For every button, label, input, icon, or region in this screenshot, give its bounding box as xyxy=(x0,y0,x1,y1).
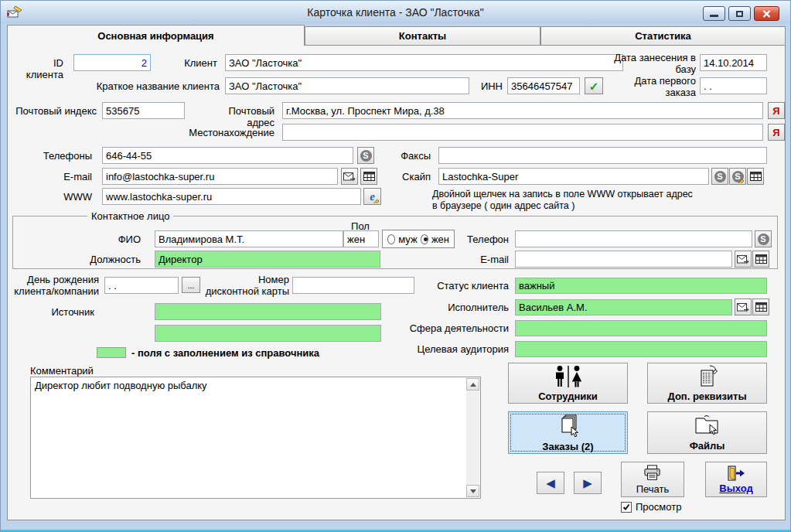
next-icon: ▶ xyxy=(583,477,592,489)
contact-phone-skype-button[interactable]: S xyxy=(755,230,772,247)
exit-label: Выход xyxy=(719,483,752,494)
orders-button[interactable]: Заказы (2) xyxy=(508,411,628,454)
short-name-field[interactable] xyxy=(225,77,469,94)
scroll-down-button[interactable] xyxy=(466,485,479,497)
contact-email-field[interactable] xyxy=(515,251,732,268)
close-button[interactable] xyxy=(754,6,779,21)
client-card-window: Карточка клиента - ЗАО "Ласточка" Основн… xyxy=(0,0,791,532)
scroll-up-button[interactable] xyxy=(466,378,479,390)
position-field[interactable] xyxy=(155,251,380,268)
folder-icon xyxy=(694,414,721,438)
contact-phone-field[interactable] xyxy=(515,230,752,247)
inn-check-button[interactable]: ✓ xyxy=(585,77,603,94)
comment-box[interactable]: Директор любит подводную рыбалку xyxy=(30,377,481,499)
prev-record-button[interactable]: ◀ xyxy=(537,472,564,494)
next-record-button[interactable]: ▶ xyxy=(574,472,602,494)
preview-checkbox[interactable] xyxy=(621,502,632,513)
manager-field[interactable] xyxy=(515,299,732,315)
table-icon xyxy=(363,172,375,181)
www-field[interactable] xyxy=(102,188,361,205)
inn-label: ИНН xyxy=(476,80,503,92)
radio-female[interactable] xyxy=(421,234,428,244)
arrow-down-icon xyxy=(470,489,476,493)
first-order-field[interactable] xyxy=(700,77,767,94)
email-field[interactable] xyxy=(102,168,338,185)
maximize-button[interactable] xyxy=(728,6,751,21)
mail-icon xyxy=(737,302,749,312)
manager-send-button[interactable] xyxy=(735,298,752,315)
postcode-label: Почтовый индекс xyxy=(9,105,97,117)
skype-icon: S xyxy=(360,150,372,162)
skype-list-button[interactable] xyxy=(747,168,764,185)
client-field[interactable] xyxy=(225,54,623,71)
open-browser-button[interactable]: e xyxy=(363,188,381,205)
files-label: Файлы xyxy=(690,440,725,452)
tab-main-info[interactable]: Основная информация xyxy=(7,25,305,46)
sphere-field[interactable] xyxy=(515,320,767,336)
discount-card-label: Номер дисконтной карты xyxy=(203,274,289,297)
phones-field[interactable] xyxy=(102,147,353,164)
audience-label: Целевая аудитория xyxy=(394,343,509,355)
titlebar[interactable]: Карточка клиента - ЗАО "Ласточка" xyxy=(1,1,790,24)
birthday-field[interactable] xyxy=(104,277,179,294)
table-icon xyxy=(750,172,762,181)
comment-text: Директор любит подводную рыбалку xyxy=(35,380,207,391)
reference-field-swatch xyxy=(97,347,126,358)
arrow-up-icon xyxy=(470,383,476,387)
birthday-more-button[interactable]: ... xyxy=(182,277,200,293)
exit-door-icon xyxy=(727,466,745,481)
tab-contacts[interactable]: Контакты xyxy=(305,26,540,45)
postcode-field[interactable] xyxy=(102,102,185,119)
source-field-2[interactable] xyxy=(155,325,381,342)
contact-group-title: Контактное лицо xyxy=(87,210,173,222)
source-label: Источник xyxy=(32,306,94,318)
document-hand-icon xyxy=(697,365,718,388)
print-button[interactable]: Печать xyxy=(621,462,684,497)
comment-scrollbar[interactable] xyxy=(466,378,479,497)
gender-radio-group: муж жен xyxy=(382,230,455,248)
skype-call-button[interactable]: S xyxy=(711,168,728,185)
date-added-field[interactable] xyxy=(700,54,767,71)
pen-icon xyxy=(738,177,745,183)
files-button[interactable]: Файлы xyxy=(647,411,767,454)
contact-email-list-button[interactable] xyxy=(752,251,769,268)
status-field[interactable] xyxy=(515,278,767,294)
faxes-field[interactable] xyxy=(438,147,767,164)
source-field-1[interactable] xyxy=(155,303,381,320)
location-yandex-button[interactable]: Я xyxy=(768,124,785,141)
minimize-button[interactable] xyxy=(703,6,725,21)
skype-chat-button[interactable]: S xyxy=(729,168,746,185)
address-field[interactable] xyxy=(282,102,763,119)
window-bottom-edge xyxy=(1,530,790,531)
extra-details-button[interactable]: Доп. реквизиты xyxy=(647,363,767,404)
audience-field[interactable] xyxy=(515,341,767,357)
manager-list-button[interactable] xyxy=(752,298,769,315)
exit-button[interactable]: Выход xyxy=(705,462,767,497)
table-icon xyxy=(755,254,767,264)
location-field[interactable] xyxy=(282,124,763,141)
maximize-icon xyxy=(736,11,743,17)
extra-details-label: Доп. реквизиты xyxy=(667,390,746,402)
email-label: E-mail xyxy=(43,171,92,182)
radio-male[interactable] xyxy=(387,234,395,244)
email-send-button[interactable] xyxy=(341,168,358,185)
inn-field[interactable] xyxy=(507,77,580,94)
employees-button[interactable]: Сотрудники xyxy=(508,363,628,404)
phones-skype-button[interactable]: S xyxy=(357,147,374,164)
gender-field[interactable] xyxy=(343,230,379,247)
orders-label: Заказы (2) xyxy=(542,441,593,452)
email-list-button[interactable] xyxy=(360,168,377,185)
id-field[interactable] xyxy=(73,54,151,71)
fio-field[interactable] xyxy=(155,230,343,247)
minimize-icon xyxy=(710,15,718,17)
ya-icon: Я xyxy=(772,105,779,117)
skype-field[interactable] xyxy=(438,168,709,185)
address-yandex-button[interactable]: Я xyxy=(768,102,785,119)
tab-statistics[interactable]: Статистика xyxy=(540,26,786,45)
checkmark-icon xyxy=(622,503,630,511)
contact-email-send-button[interactable] xyxy=(735,251,752,268)
contact-phone-label: Телефон xyxy=(461,234,509,245)
employees-label: Сотрудники xyxy=(538,390,598,402)
pen-icon xyxy=(373,197,380,203)
printer-icon xyxy=(643,465,663,482)
